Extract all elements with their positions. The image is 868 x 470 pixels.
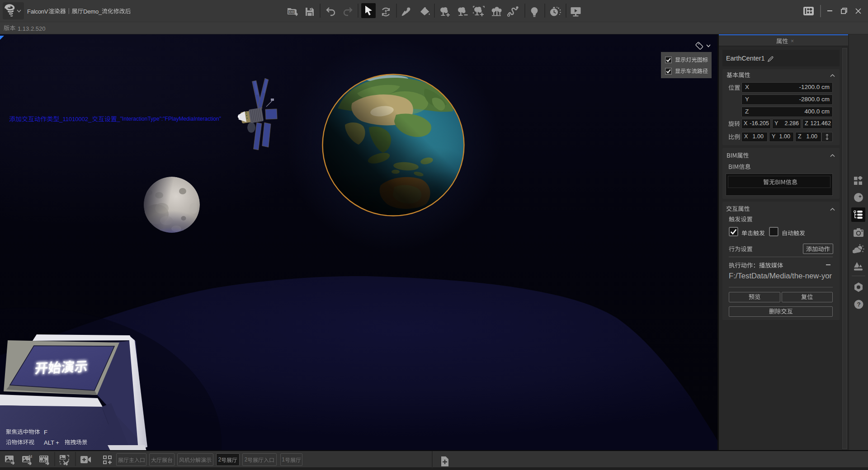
svg-text:?: ? bbox=[857, 301, 860, 308]
svg-text:AI: AI bbox=[28, 454, 32, 459]
svg-text:EXE: EXE bbox=[288, 10, 294, 14]
